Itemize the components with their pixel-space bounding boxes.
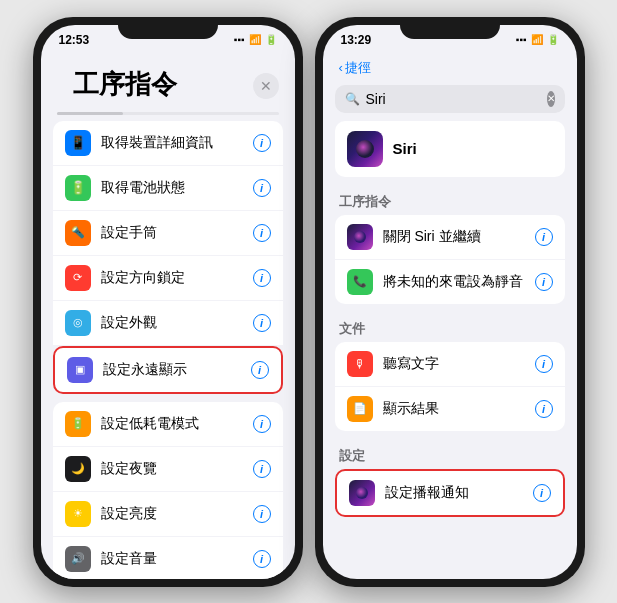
item-label: 設定外觀 xyxy=(101,314,243,332)
item-icon: 🎙 xyxy=(347,351,373,377)
list-item[interactable]: ⟳ 設定方向鎖定 i xyxy=(53,256,283,300)
svg-point-1 xyxy=(354,231,366,243)
info-icon[interactable]: i xyxy=(253,505,271,523)
item-icon xyxy=(347,224,373,250)
info-icon[interactable]: i xyxy=(253,269,271,287)
item-label: 設定方向鎖定 xyxy=(101,269,243,287)
status-icons-2: ▪▪▪ 📶 🔋 xyxy=(516,34,559,45)
scroll-thumb xyxy=(57,112,124,115)
item-icon: 🔦 xyxy=(65,220,91,246)
search-input[interactable] xyxy=(366,91,541,107)
item-icon: 🔊 xyxy=(65,546,91,572)
item-icon: 📄 xyxy=(347,396,373,422)
battery-icon: 🔋 xyxy=(265,34,277,45)
search-clear-button[interactable]: ✕ xyxy=(547,91,555,107)
search-bar[interactable]: 🔍 ✕ xyxy=(335,85,565,113)
item-label: 設定手筒 xyxy=(101,224,243,242)
siri-wave-svg xyxy=(354,138,376,160)
list-item[interactable]: 🔦 設定手筒 i xyxy=(53,211,283,255)
header-1: 工序指令 ✕ xyxy=(41,55,295,112)
info-icon[interactable]: i xyxy=(251,361,269,379)
back-button[interactable]: ‹ 捷徑 xyxy=(339,59,371,77)
item-icon: 🔋 xyxy=(65,175,91,201)
phone-2: 13:29 ▪▪▪ 📶 🔋 ‹ 捷徑 🔍 ✕ xyxy=(315,17,585,587)
screen-2: 13:29 ▪▪▪ 📶 🔋 ‹ 捷徑 🔍 ✕ xyxy=(323,25,577,579)
item-icon: 📞 xyxy=(347,269,373,295)
info-icon[interactable]: i xyxy=(533,484,551,502)
list-item[interactable]: 📞 將未知的來電設為靜音 i xyxy=(335,260,565,304)
highlighted-item-always-on[interactable]: ▣ 設定永遠顯示 i xyxy=(53,346,283,394)
battery-icon: 🔋 xyxy=(547,34,559,45)
section-label-shortcuts: 工序指令 xyxy=(323,185,577,215)
info-icon[interactable]: i xyxy=(535,273,553,291)
item-icon: 🔋 xyxy=(65,411,91,437)
info-icon[interactable]: i xyxy=(535,355,553,373)
info-icon[interactable]: i xyxy=(253,314,271,332)
list-item[interactable]: 🌙 設定夜覽 i xyxy=(53,447,283,491)
notch-2 xyxy=(400,17,500,39)
signal-icon: ▪▪▪ xyxy=(516,34,527,45)
info-icon[interactable]: i xyxy=(535,400,553,418)
info-icon[interactable]: i xyxy=(253,460,271,478)
item-label: 聽寫文字 xyxy=(383,355,525,373)
time-2: 13:29 xyxy=(341,33,372,47)
info-icon[interactable]: i xyxy=(253,550,271,568)
list-item[interactable]: 📱 取得裝置詳細資訊 i xyxy=(53,121,283,165)
item-label: 設定低耗電模式 xyxy=(101,415,243,433)
section-label-settings: 設定 xyxy=(323,439,577,469)
highlighted-item-announce[interactable]: 設定播報通知 i xyxy=(335,469,565,517)
list-item[interactable]: ☀ 設定亮度 i xyxy=(53,492,283,536)
list-item[interactable]: ◎ 設定外觀 i xyxy=(53,301,283,345)
scroll-indicator xyxy=(57,112,279,115)
search-icon: 🔍 xyxy=(345,92,360,106)
screen-1: 12:53 ▪▪▪ 📶 🔋 工序指令 ✕ 📱 取得裝置詳細資訊 i 🔋 xyxy=(41,25,295,579)
list-item[interactable]: 🔋 設定低耗電模式 i xyxy=(53,402,283,446)
item-label: 取得裝置詳細資訊 xyxy=(101,134,243,152)
item-label: 設定播報通知 xyxy=(385,484,523,502)
item-label: 關閉 Siri 並繼續 xyxy=(383,228,525,246)
list-item[interactable]: 🎙 聽寫文字 i xyxy=(335,342,565,386)
info-icon[interactable]: i xyxy=(535,228,553,246)
item-label: 設定夜覽 xyxy=(101,460,243,478)
list-1: 📱 取得裝置詳細資訊 i 🔋 取得電池狀態 i 🔦 設定手筒 i ⟳ 設定方向鎖… xyxy=(41,121,295,579)
item-icon xyxy=(349,480,375,506)
section-label-docs: 文件 xyxy=(323,312,577,342)
info-icon[interactable]: i xyxy=(253,224,271,242)
list-item[interactable]: 📄 顯示結果 i xyxy=(335,387,565,431)
item-label: 取得電池狀態 xyxy=(101,179,243,197)
list-item[interactable]: 🔊 設定音量 i xyxy=(53,537,283,579)
svg-point-2 xyxy=(356,487,368,499)
list-item[interactable]: 🔋 取得電池狀態 i xyxy=(53,166,283,210)
notch-1 xyxy=(118,17,218,39)
info-icon[interactable]: i xyxy=(253,134,271,152)
item-icon: 🌙 xyxy=(65,456,91,482)
item-icon: ◎ xyxy=(65,310,91,336)
page-title-1: 工序指令 xyxy=(57,63,193,110)
list-item[interactable]: 關閉 Siri 並繼續 i xyxy=(335,215,565,259)
chevron-left-icon: ‹ xyxy=(339,60,343,75)
item-icon: ☀ xyxy=(65,501,91,527)
item-label: 設定亮度 xyxy=(101,505,243,523)
nav-bar-2: ‹ 捷徑 xyxy=(323,55,577,81)
svg-point-0 xyxy=(356,140,374,158)
time-1: 12:53 xyxy=(59,33,90,47)
wifi-icon: 📶 xyxy=(531,34,543,45)
item-label: 設定永遠顯示 xyxy=(103,361,241,379)
close-button-1[interactable]: ✕ xyxy=(253,73,279,99)
section-settings: 設定播報通知 i xyxy=(323,469,577,525)
wifi-icon: 📶 xyxy=(249,34,261,45)
item-icon: ▣ xyxy=(67,357,93,383)
item-icon: ⟳ xyxy=(65,265,91,291)
signal-icon: ▪▪▪ xyxy=(234,34,245,45)
siri-app-row[interactable]: Siri xyxy=(335,121,565,177)
section-shortcuts: 關閉 Siri 並繼續 i 📞 將未知的來電設為靜音 i xyxy=(323,215,577,312)
status-icons-1: ▪▪▪ 📶 🔋 xyxy=(234,34,277,45)
item-icon: 📱 xyxy=(65,130,91,156)
section-docs: 🎙 聽寫文字 i 📄 顯示結果 i xyxy=(323,342,577,439)
info-icon[interactable]: i xyxy=(253,415,271,433)
siri-app-icon xyxy=(347,131,383,167)
back-label: 捷徑 xyxy=(345,59,371,77)
item-label: 設定音量 xyxy=(101,550,243,568)
info-icon[interactable]: i xyxy=(253,179,271,197)
siri-app-label: Siri xyxy=(393,140,553,157)
